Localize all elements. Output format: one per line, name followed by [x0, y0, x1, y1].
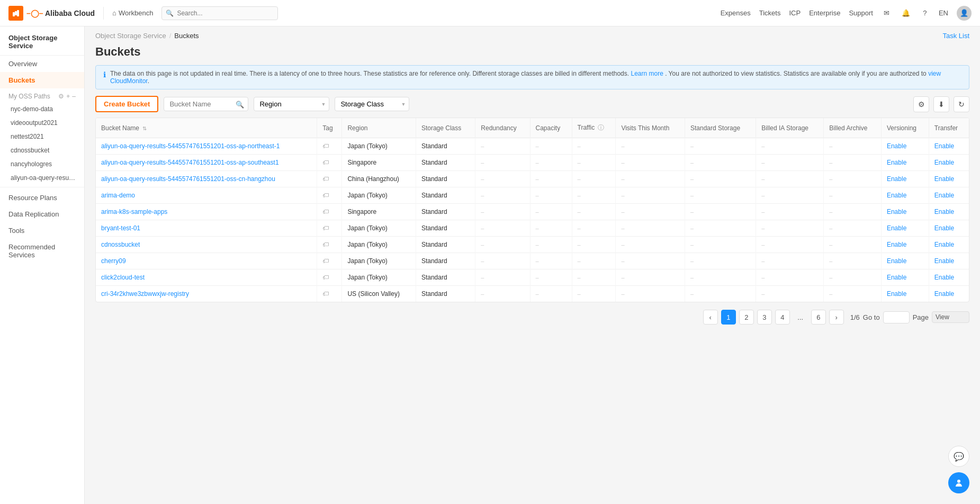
traffic-info-icon[interactable]: ⓘ: [598, 124, 604, 131]
sidebar-path-2[interactable]: videooutput2021: [0, 116, 84, 130]
page-total: 1/6: [850, 313, 860, 321]
table-row: aliyun-oa-query-results-5445574761551201…: [96, 171, 969, 187]
sidebar-path-1[interactable]: nyc-demo-data: [0, 102, 84, 116]
tag-icon-2[interactable]: 🏷: [322, 175, 329, 183]
sidebar-item-overview[interactable]: Overview: [0, 56, 84, 72]
sidebar-path-5[interactable]: nancyhologres: [0, 157, 84, 171]
sidebar-path-6[interactable]: aliyun-oa-query-results-54...: [0, 171, 84, 185]
add-icon[interactable]: +: [66, 93, 70, 100]
cell-visits-3: –: [616, 187, 685, 204]
learn-more-link[interactable]: Learn more: [631, 70, 663, 77]
sidebar-item-data-replication[interactable]: Data Replication: [0, 206, 84, 222]
versioning-link-0[interactable]: Enable: [887, 142, 906, 150]
transfer-link-0[interactable]: Enable: [934, 142, 954, 150]
transfer-link-2[interactable]: Enable: [934, 175, 954, 183]
transfer-link-9[interactable]: Enable: [934, 290, 954, 298]
storage-class-select[interactable]: Storage Class StandardInfrequent AccessA…: [335, 97, 409, 111]
bucket-link-9[interactable]: cri-34r2khwe3zbwwxjw-registry: [101, 290, 189, 298]
tag-icon-0[interactable]: 🏷: [322, 142, 329, 150]
versioning-link-8[interactable]: Enable: [887, 274, 906, 281]
bucket-link-7[interactable]: cherry09: [101, 257, 126, 265]
sidebar-path-3[interactable]: nettest2021: [0, 130, 84, 143]
transfer-link-6[interactable]: Enable: [934, 241, 954, 248]
tag-icon-3[interactable]: 🏷: [322, 192, 329, 199]
sidebar-item-recommended[interactable]: Recommended Services: [0, 239, 84, 263]
create-bucket-button[interactable]: Create Bucket: [95, 96, 158, 112]
minus-icon[interactable]: –: [72, 93, 76, 100]
bucket-link-5[interactable]: bryant-test-01: [101, 224, 140, 232]
cell-region-3: Japan (Tokyo): [342, 187, 416, 204]
page-header: Buckets: [85, 42, 980, 65]
search-icon-btn[interactable]: 🔍: [236, 100, 244, 108]
prev-page-btn[interactable]: ‹: [703, 310, 718, 325]
bucket-link-0[interactable]: aliyun-oa-query-results-5445574761551201…: [101, 142, 280, 150]
next-page-btn[interactable]: ›: [829, 310, 844, 325]
page-btn-1[interactable]: 1: [721, 310, 736, 325]
bucket-link-1[interactable]: aliyun-oa-query-results-5445574761551201…: [101, 159, 279, 166]
page-view-select[interactable]: View 10/Page20/Page50/Page: [932, 311, 969, 323]
versioning-link-5[interactable]: Enable: [887, 224, 906, 232]
versioning-link-3[interactable]: Enable: [887, 192, 906, 199]
support-link[interactable]: Support: [849, 9, 873, 17]
versioning-link-2[interactable]: Enable: [887, 175, 906, 183]
icp-link[interactable]: ICP: [789, 9, 801, 17]
cell-traffic-5: –: [572, 220, 616, 237]
versioning-link-6[interactable]: Enable: [887, 241, 906, 248]
transfer-link-7[interactable]: Enable: [934, 257, 954, 265]
page-btn-2[interactable]: 2: [739, 310, 754, 325]
sidebar-path-4[interactable]: cdnossbucket: [0, 143, 84, 157]
cell-visits-8: –: [616, 269, 685, 286]
versioning-link-4[interactable]: Enable: [887, 208, 906, 215]
download-button[interactable]: ⬇: [933, 96, 949, 112]
goto-input[interactable]: [883, 311, 910, 323]
tag-icon-6[interactable]: 🏷: [322, 241, 329, 248]
mail-icon[interactable]: ✉: [882, 8, 892, 19]
tickets-link[interactable]: Tickets: [759, 9, 781, 17]
tag-icon-4[interactable]: 🏷: [322, 208, 329, 215]
bell-icon[interactable]: 🔔: [901, 8, 911, 19]
transfer-link-3[interactable]: Enable: [934, 192, 954, 199]
bucket-link-8[interactable]: click2cloud-test: [101, 274, 145, 281]
versioning-link-9[interactable]: Enable: [887, 290, 906, 298]
page-btn-6[interactable]: 6: [811, 310, 826, 325]
avatar[interactable]: 👤: [957, 6, 972, 21]
lang-switch[interactable]: EN: [939, 9, 948, 17]
tag-icon-5[interactable]: 🏷: [322, 224, 329, 232]
breadcrumb-parent[interactable]: Object Storage Service: [95, 32, 166, 40]
help-icon[interactable]: ?: [920, 8, 930, 19]
info-icon: ℹ: [103, 70, 106, 79]
settings-icon[interactable]: ⚙: [58, 93, 64, 100]
bucket-link-4[interactable]: arima-k8s-sample-apps: [101, 208, 167, 215]
sidebar-item-resource-plans[interactable]: Resource Plans: [0, 190, 84, 206]
transfer-link-1[interactable]: Enable: [934, 159, 954, 166]
chat-button[interactable]: 💬: [948, 446, 969, 467]
expenses-link[interactable]: Expenses: [721, 9, 751, 17]
sort-icon-name[interactable]: ⇅: [142, 125, 147, 131]
bucket-link-2[interactable]: aliyun-oa-query-results-5445574761551201…: [101, 175, 275, 183]
versioning-link-7[interactable]: Enable: [887, 257, 906, 265]
workbench-link[interactable]: ⌂ Workbench: [112, 9, 153, 17]
enterprise-link[interactable]: Enterprise: [809, 9, 840, 17]
transfer-link-8[interactable]: Enable: [934, 274, 954, 281]
logo[interactable]: –◯– Alibaba Cloud: [8, 6, 95, 21]
bucket-link-3[interactable]: arima-demo: [101, 192, 135, 199]
page-btn-4[interactable]: 4: [775, 310, 790, 325]
tag-icon-7[interactable]: 🏷: [322, 257, 329, 265]
sidebar-item-buckets[interactable]: Buckets: [0, 72, 84, 88]
versioning-link-1[interactable]: Enable: [887, 159, 906, 166]
transfer-link-4[interactable]: Enable: [934, 208, 954, 215]
tag-icon-9[interactable]: 🏷: [322, 290, 329, 298]
cell-standard-storage-3: –: [685, 187, 756, 204]
sidebar-item-tools[interactable]: Tools: [0, 222, 84, 239]
region-select[interactable]: Region Japan (Tokyo)SingaporeChina (Hang…: [254, 97, 329, 111]
transfer-link-5[interactable]: Enable: [934, 224, 954, 232]
agent-button[interactable]: [948, 472, 969, 493]
page-btn-3[interactable]: 3: [757, 310, 772, 325]
column-settings-button[interactable]: ⚙: [913, 96, 929, 112]
bucket-link-6[interactable]: cdnossbucket: [101, 241, 140, 248]
search-input[interactable]: [161, 6, 278, 20]
tag-icon-1[interactable]: 🏷: [322, 159, 329, 166]
task-list-link[interactable]: Task List: [942, 32, 969, 40]
tag-icon-8[interactable]: 🏷: [322, 274, 329, 281]
refresh-button[interactable]: ↻: [954, 96, 969, 112]
